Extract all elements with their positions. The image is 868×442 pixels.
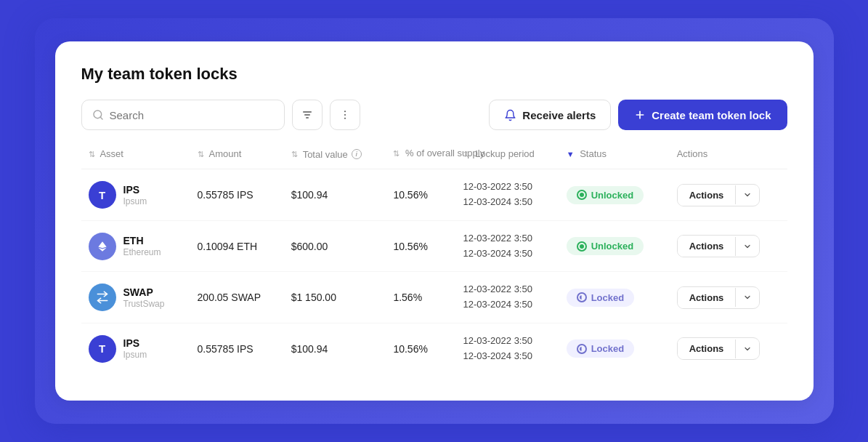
actions-button[interactable]: Actions [678, 236, 736, 257]
actions-button[interactable]: Actions [678, 287, 736, 308]
td-total-value: $1 150.00 [284, 272, 386, 324]
actions-button-group: Actions [677, 337, 760, 360]
asset-info: IPS Ipsum [123, 337, 147, 360]
th-amount: ⇅ Amount [190, 148, 284, 169]
create-label: Create team token lock [652, 109, 771, 121]
td-asset: ETH Ethereum [81, 220, 190, 272]
td-supply: 10.56% [386, 324, 455, 374]
svg-marker-13 [98, 247, 102, 251]
asset-icon [89, 233, 116, 260]
status-badge: Unlocked [567, 237, 644, 255]
asset-info: ETH Ethereum [123, 235, 161, 257]
filter-button[interactable] [292, 100, 323, 130]
asset-info: SWAP TrustSwap [123, 286, 165, 309]
svg-line-1 [100, 117, 102, 119]
td-total-value: $600.00 [284, 220, 386, 272]
asset-name: TrustSwap [123, 299, 165, 309]
actions-button[interactable]: Actions [678, 185, 736, 206]
asset-cell: T IPS Ipsum [89, 335, 183, 363]
td-amount: 0.10094 ETH [190, 220, 284, 272]
actions-button-group: Actions [677, 235, 760, 257]
svg-point-6 [344, 114, 346, 116]
table-row: T IPS Ipsum 0.55785 IPS $100.94 10.56% 1… [81, 324, 787, 374]
status-dot [577, 344, 587, 354]
token-locks-table: ⇅ Asset ⇅ Amount ⇅ Total value i [81, 148, 787, 374]
sort-icon-asset: ⇅ [89, 150, 95, 159]
lockup-period: 12-03-2022 3:5012-03-2024 3:50 [463, 180, 552, 210]
table-header-row: ⇅ Asset ⇅ Amount ⇅ Total value i [81, 148, 787, 169]
actions-chevron-button[interactable] [735, 185, 759, 204]
sort-icon-status: ▼ [567, 150, 575, 158]
actions-button-group: Actions [677, 286, 760, 309]
td-supply: 1.56% [386, 272, 455, 324]
status-dot [577, 190, 587, 200]
lockup-period: 12-03-2022 3:5012-03-2024 3:50 [463, 231, 552, 262]
asset-symbol: ETH [123, 235, 161, 246]
asset-name: Ipsum [123, 196, 147, 206]
actions-chevron-button[interactable] [735, 288, 759, 307]
asset-symbol: SWAP [123, 286, 165, 298]
td-total-value: $100.94 [284, 169, 386, 221]
svg-point-5 [344, 111, 346, 113]
th-asset: ⇅ Asset [81, 148, 190, 169]
sort-icon-lockup: ⇅ [463, 150, 470, 159]
page-title: My team token locks [81, 65, 787, 84]
bell-icon [504, 109, 516, 121]
td-supply: 10.56% [386, 169, 455, 221]
asset-cell: SWAP TrustSwap [89, 284, 183, 311]
outer-background: My team token locks [35, 18, 834, 423]
td-amount: 0.55785 IPS [190, 324, 284, 374]
td-actions: Actions [670, 272, 787, 324]
td-status: Locked [559, 324, 670, 374]
td-status: Unlocked [559, 220, 670, 272]
sort-icon-value: ⇅ [291, 150, 298, 159]
td-actions: Actions [670, 169, 787, 221]
th-status: ▼ Status [559, 148, 670, 169]
actions-button[interactable]: Actions [678, 338, 736, 359]
receive-alerts-button[interactable]: Receive alerts [489, 100, 611, 130]
actions-chevron-button[interactable] [735, 237, 759, 256]
asset-name: Ethereum [123, 247, 161, 257]
svg-point-7 [344, 118, 346, 119]
chevron-down-icon [743, 242, 752, 251]
toolbar: Receive alerts Create team token lock [81, 100, 787, 130]
td-asset: T IPS Ipsum [81, 169, 190, 221]
asset-info: IPS Ipsum [123, 184, 147, 206]
main-card: My team token locks [55, 41, 814, 400]
dots-icon [339, 109, 351, 121]
sort-icon-amount: ⇅ [198, 150, 204, 159]
td-lockup: 12-03-2022 3:5012-03-2024 3:50 [456, 272, 559, 324]
td-actions: Actions [670, 220, 787, 272]
chevron-down-icon [743, 345, 752, 353]
table-row: ETH Ethereum 0.10094 ETH $600.00 10.56% … [81, 220, 787, 272]
more-button[interactable] [330, 100, 360, 130]
asset-icon: T [89, 181, 116, 209]
status-dot [577, 241, 587, 252]
actions-button-group: Actions [677, 184, 760, 206]
asset-cell: T IPS Ipsum [89, 181, 183, 209]
create-token-lock-button[interactable]: Create team token lock [618, 100, 787, 130]
svg-marker-11 [98, 241, 102, 248]
td-status: Unlocked [559, 169, 670, 221]
td-supply: 10.56% [386, 220, 455, 272]
asset-symbol: IPS [123, 337, 147, 349]
sort-icon-supply: ⇅ [393, 148, 399, 158]
td-lockup: 12-03-2022 3:5012-03-2024 3:50 [456, 324, 559, 374]
td-status: Locked [559, 272, 670, 324]
td-amount: 0.55785 IPS [190, 169, 284, 221]
actions-chevron-button[interactable] [735, 339, 759, 358]
td-lockup: 12-03-2022 3:5012-03-2024 3:50 [456, 220, 559, 272]
td-actions: Actions [670, 324, 787, 374]
asset-icon: T [89, 335, 116, 363]
td-lockup: 12-03-2022 3:5012-03-2024 3:50 [456, 169, 559, 221]
status-badge: Locked [567, 339, 635, 358]
search-wrapper [81, 100, 285, 130]
th-actions: Actions [670, 148, 787, 169]
table-row: T IPS Ipsum 0.55785 IPS $100.94 10.56% 1… [81, 169, 787, 221]
search-input[interactable] [110, 109, 274, 121]
status-dot [577, 292, 587, 302]
receive-alerts-label: Receive alerts [522, 109, 596, 121]
plus-icon [634, 109, 646, 121]
lockup-period: 12-03-2022 3:5012-03-2024 3:50 [463, 282, 552, 313]
th-lockup: ⇅ Lockup period [456, 148, 559, 169]
